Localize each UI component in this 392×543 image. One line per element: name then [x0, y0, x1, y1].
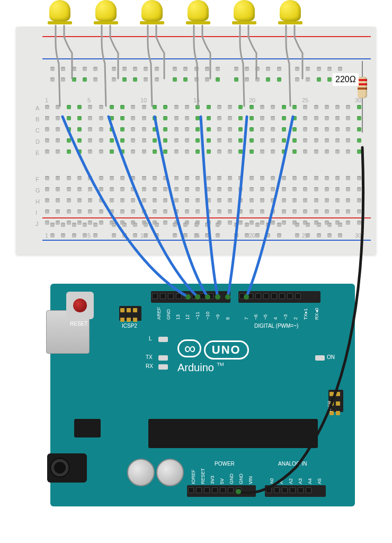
rail-hole [205, 67, 209, 71]
bottom-pin-label: A3 [298, 478, 303, 484]
breadboard-hole [217, 176, 221, 180]
rail-hole [245, 77, 249, 82]
rail-hole [295, 233, 299, 238]
rail-minus-bottom [42, 240, 371, 241]
breadboard-hole [99, 209, 103, 214]
breadboard-hole [238, 150, 243, 154]
rail-hole [255, 223, 260, 227]
breadboard-hole [163, 176, 167, 180]
col-label: 25 [302, 232, 308, 239]
breadboard-hole [325, 138, 329, 143]
rail-hole [155, 233, 159, 238]
rail-hole [173, 77, 177, 82]
rail-hole [183, 67, 188, 71]
digital-pin-label: ~10 [205, 312, 210, 320]
rail-hole [277, 77, 281, 82]
breadboard-hole [153, 138, 157, 143]
rail-hole [255, 67, 260, 71]
breadboard-hole [195, 127, 200, 132]
breadboard-hole [217, 198, 221, 203]
breadboard-hole [346, 116, 350, 120]
led-bulb [234, 0, 255, 21]
breadboard-hole [67, 150, 71, 154]
col-label: 15 [193, 97, 200, 103]
breadboard-hole [131, 127, 135, 132]
breadboard-hole [207, 105, 211, 109]
breadboard-hole [174, 116, 179, 120]
breadboard-hole [153, 198, 157, 203]
col-label: 10 [140, 232, 147, 239]
breadboard-hole [195, 198, 200, 203]
breadboard-hole [174, 127, 179, 132]
breadboard-hole [314, 127, 318, 132]
arduino-logo: ∞ UNO [177, 339, 249, 360]
breadboard-hole [325, 209, 329, 214]
breadboard-hole [250, 105, 254, 109]
digital-pin-label: 7 [244, 317, 249, 320]
breadboard-hole [207, 138, 211, 143]
breadboard-hole [314, 138, 318, 143]
power-jack-ring [50, 458, 70, 478]
led-on-label: ON [327, 354, 335, 360]
rail-hole [306, 77, 310, 82]
rail-hole [183, 223, 188, 227]
breadboard-hole [250, 138, 254, 143]
breadboard-hole [282, 105, 286, 109]
rail-hole [266, 67, 270, 71]
breadboard-hole [303, 138, 307, 143]
digital-pin-label: ~6 [253, 314, 259, 320]
arduino-uno: RESET ICSP2 AREFGND1312~11~10~987~6~54~3… [50, 284, 355, 506]
breadboard-hole [260, 116, 264, 120]
breadboard-hole [228, 127, 232, 132]
breadboard-hole [142, 127, 146, 132]
breadboard-hole [228, 209, 232, 214]
led-yellow [280, 0, 301, 40]
breadboard-hole [357, 176, 361, 180]
breadboard-hole [250, 127, 254, 132]
rail-hole [317, 223, 321, 227]
rail-hole [245, 67, 249, 71]
bottom-pin-label: A1 [279, 478, 284, 484]
rail-hole [338, 223, 342, 227]
led-on-indicator [315, 355, 325, 361]
col-label: 1 [45, 232, 48, 239]
breadboard-hole [346, 176, 350, 180]
led-bulb [280, 0, 301, 21]
led-flange [278, 21, 302, 24]
rail-hole [295, 67, 299, 71]
breadboard-hole [282, 127, 286, 132]
capacitor-1 [127, 459, 155, 486]
breadboard-hole [335, 176, 340, 180]
breadboard-hole [335, 198, 340, 203]
breadboard-hole [303, 187, 307, 191]
rail-hole [205, 223, 209, 227]
breadboard-hole [131, 150, 135, 154]
analog-group-label: ANALOG IN [278, 461, 307, 467]
breadboard-hole [153, 187, 157, 191]
breadboard-hole [110, 187, 114, 191]
rail-hole [194, 67, 199, 71]
breadboard-hole [335, 116, 340, 120]
breadboard-hole [67, 116, 71, 120]
breadboard-hole [131, 198, 135, 203]
rail-hole [61, 233, 65, 238]
breadboard-hole [131, 176, 135, 180]
breadboard-hole [195, 187, 200, 191]
rail-hole [112, 67, 116, 71]
breadboard-hole [56, 221, 60, 225]
led-flange [140, 21, 164, 24]
reset-button[interactable] [66, 292, 94, 319]
breadboard-hole [99, 127, 103, 132]
rail-hole [266, 223, 270, 227]
arduino-tm: TM [217, 362, 224, 367]
breadboard-hole [67, 198, 71, 203]
breadboard-hole [260, 138, 264, 143]
breadboard-hole [325, 150, 329, 154]
breadboard-hole [45, 187, 49, 191]
breadboard-hole [99, 176, 103, 180]
breadboard-hole [153, 116, 157, 120]
breadboard-hole [99, 198, 103, 203]
breadboard-hole [185, 209, 189, 214]
breadboard-hole [67, 105, 71, 109]
breadboard-hole [357, 138, 361, 143]
